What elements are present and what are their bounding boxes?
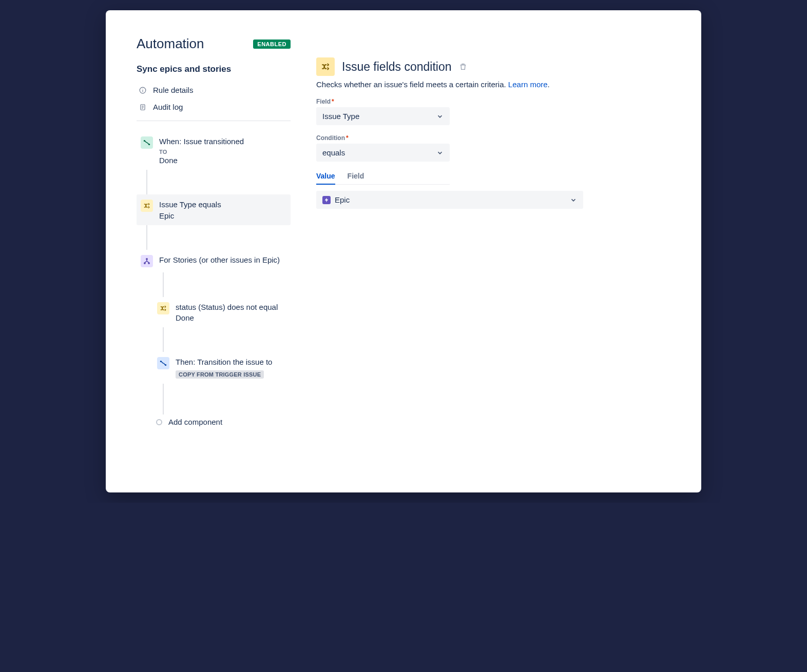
svg-point-10 [144,262,145,263]
value-select[interactable]: Epic [316,191,583,209]
epic-icon [322,196,331,204]
nav-label: Audit log [153,103,183,111]
required-marker: * [346,134,349,142]
svg-point-8 [149,144,150,145]
value-tabs: Value Field [316,171,450,185]
right-panel: Issue fields condition Checks whether an… [316,36,670,467]
step-body: Issue Type equals Epic [159,200,286,220]
step-title: When: Issue transitioned [159,136,286,147]
left-panel: Automation ENABLED Sync epics and storie… [137,36,291,467]
tab-field[interactable]: Field [348,171,364,184]
value-selected: Epic [335,195,350,204]
shuffle-icon [141,200,153,212]
branch-children: status (Status) does not equal Done Then… [137,272,291,430]
step-sub-value: Done [176,313,286,322]
rule-name: Sync epics and stories [137,64,291,74]
connector [146,225,147,250]
required-marker: * [332,98,334,105]
step-branch[interactable]: For Stories (or other issues in Epic) [137,250,291,272]
nav-rule-details[interactable]: Rule details [137,82,291,98]
header-row: Automation ENABLED [137,36,291,52]
step-title: Issue Type equals [159,200,286,210]
label-text: Field [316,98,331,105]
trash-icon[interactable] [459,63,467,71]
trigger-icon [141,136,153,149]
step-sub-value: Done [159,156,286,165]
step-sub-value: Epic [159,211,286,220]
add-label: Add component [168,418,222,426]
field-selected-value: Issue Type [322,112,359,121]
connector [146,170,147,194]
step-sub-label: TO [159,149,286,155]
step-body: When: Issue transitioned TO Done [159,136,286,165]
field-label: Field* [316,98,670,105]
divider [137,121,291,121]
condition-label: Condition* [316,134,670,142]
nav-audit-log[interactable]: Audit log [137,98,291,115]
tab-value[interactable]: Value [316,171,335,184]
epic-chip: Epic [322,195,350,204]
step-action[interactable]: Then: Transition the issue to COPY FROM … [153,352,291,384]
svg-point-13 [165,364,166,365]
step-body: status (Status) does not equal Done [176,302,286,322]
chevron-down-icon [436,113,444,120]
svg-point-12 [160,361,161,362]
transition-icon [157,357,169,369]
step-trigger[interactable]: When: Issue transitioned TO Done [137,131,291,170]
panel-head: Issue fields condition [316,57,670,76]
step-body: For Stories (or other issues in Epic) [159,255,286,267]
panel-desc-text: Checks whether an issue's field meets a … [316,80,508,89]
panel-title: Issue fields condition [342,60,452,74]
connector [163,272,164,297]
add-circle-icon [156,419,162,425]
step-title: status (Status) does not equal [176,302,286,312]
step-body: Then: Transition the issue to COPY FROM … [176,357,286,379]
chevron-down-icon [570,196,577,204]
step-title: Then: Transition the issue to [176,357,286,367]
svg-point-7 [144,141,145,142]
shuffle-icon [316,57,335,76]
document-icon [139,103,147,111]
copy-lozenge: COPY FROM TRIGGER ISSUE [176,370,264,379]
enabled-badge: ENABLED [253,39,291,49]
step-condition-selected[interactable]: Issue Type equals Epic [137,194,291,225]
connector [163,384,164,414]
svg-point-11 [148,262,149,263]
add-component[interactable]: Add component [153,414,291,429]
learn-more-link[interactable]: Learn more [508,80,548,89]
nav-label: Rule details [153,86,193,94]
info-icon [139,86,147,94]
chevron-down-icon [436,149,444,156]
branch-icon [141,255,153,267]
svg-point-2 [142,88,143,89]
svg-point-9 [146,258,147,259]
step-title: For Stories (or other issues in Epic) [159,255,286,265]
automation-card: Automation ENABLED Sync epics and storie… [106,10,701,492]
page-title: Automation [137,36,204,52]
panel-description: Checks whether an issue's field meets a … [316,80,670,89]
connector [163,327,164,352]
step-inner-condition[interactable]: status (Status) does not equal Done [153,297,291,327]
shuffle-icon [157,302,169,314]
condition-selected-value: equals [322,148,345,157]
label-text: Condition [316,134,345,142]
condition-select[interactable]: equals [316,144,450,162]
field-select[interactable]: Issue Type [316,107,450,125]
rule-flow: When: Issue transitioned TO Done Issue T… [137,131,291,429]
